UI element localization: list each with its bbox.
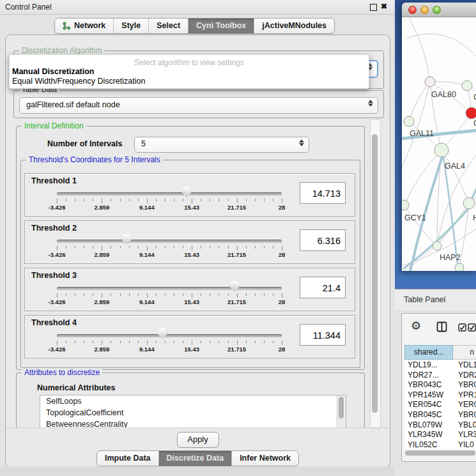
tab-label: jActiveMNodules [262, 21, 326, 30]
slider-thumb[interactable] [182, 187, 191, 197]
slider-tick [219, 293, 219, 296]
network-canvas[interactable]: GAL80GACGAL11GAL4GCY1HHAP2 [402, 17, 476, 271]
network-node[interactable] [463, 197, 475, 209]
dropdown-item-manual-discretization[interactable]: Manual Discretization [12, 67, 95, 76]
close-icon[interactable]: ✖ [381, 2, 387, 11]
table-row[interactable]: YBR045C YBR0 [404, 410, 476, 420]
tab-cyni-toolbox[interactable]: Cyni Toolbox [188, 19, 254, 33]
dropdown-item-equal-width-frequency[interactable]: Equal Width/Frequency Discretization [12, 77, 145, 86]
slider-ticks [57, 199, 282, 204]
attribute-list-item[interactable]: TopologicalCoefficient [40, 407, 346, 418]
slider-tick [120, 199, 121, 201]
slider-tick [282, 293, 282, 298]
table-row[interactable]: YBL079W YBL0 [404, 420, 476, 430]
table-data-combo[interactable]: galFiltered.sif default node [19, 97, 378, 114]
slider-tick [102, 199, 102, 203]
slider-tick [147, 341, 148, 345]
tab-impute-data[interactable]: Impute Data [97, 451, 158, 466]
network-node[interactable] [455, 263, 464, 271]
table-row[interactable]: YDR27... YDR2 [404, 370, 476, 380]
slider-tick [246, 199, 247, 201]
column-layout-icon[interactable] [436, 321, 447, 332]
table-horizontal-scrollbar[interactable] [404, 450, 476, 456]
attribute-list-item[interactable]: BetweennessCentrality [40, 418, 346, 427]
tab-select[interactable]: Select [148, 19, 188, 33]
table-row[interactable]: YPR145W YPR1 [404, 390, 476, 400]
slider-thumb[interactable] [122, 234, 131, 245]
column-header-name[interactable]: n [453, 345, 476, 360]
slider-tick [273, 341, 273, 343]
slider-scale-label: 2.859 [95, 346, 110, 353]
tab-infer-network[interactable]: Infer Network [231, 451, 298, 466]
attributes-list-scrollbar[interactable] [337, 395, 346, 427]
number-of-intervals-combo[interactable]: 5 [134, 137, 309, 153]
table-row[interactable]: YIL052C YIL0 [404, 440, 476, 449]
slider-tick [138, 246, 139, 249]
cell-name: YER0 [458, 400, 476, 409]
tab-discretize-data[interactable]: Discretize Data [158, 451, 232, 466]
slider-tick [201, 246, 201, 249]
threshold-value-box[interactable]: 6.316 [300, 229, 346, 251]
slider-scale-label: 15.43 [184, 251, 199, 258]
slider-tick [183, 341, 183, 343]
network-node[interactable] [434, 143, 449, 157]
gear-icon[interactable]: ⚙ [411, 320, 421, 332]
network-node[interactable] [466, 107, 476, 119]
slider-tick [165, 199, 165, 201]
network-node-label: GAL80 [431, 90, 456, 99]
network-window-titlebar[interactable] [402, 3, 476, 17]
network-icon [63, 22, 71, 30]
threshold-value-box[interactable]: 14.713 [300, 182, 346, 204]
control-panel-title: Control Panel [5, 3, 52, 12]
tab-style[interactable]: Style [113, 19, 148, 33]
threshold-value-box[interactable]: 11.344 [300, 324, 346, 346]
slider-scale-label: 2.859 [95, 204, 110, 211]
threshold-value-box[interactable]: 21.4 [300, 277, 346, 298]
slider-tick [111, 246, 111, 249]
slider-tick [129, 246, 130, 249]
slider-thumb[interactable] [230, 281, 239, 292]
network-node[interactable] [425, 77, 435, 87]
attributes-group: Attributes to discretize Numerical Attri… [16, 372, 365, 427]
table-row[interactable]: YLR345W YLR3 [404, 429, 476, 440]
slider-tick [57, 246, 58, 250]
network-node[interactable] [433, 242, 441, 250]
network-node[interactable] [404, 116, 414, 127]
slider-scale-label: 2.859 [95, 298, 110, 305]
slider-tick [273, 293, 273, 296]
slider-tick [228, 293, 229, 296]
minimize-traffic-light-icon[interactable] [420, 6, 429, 14]
checkbox-checked-icon[interactable] [458, 323, 466, 332]
attribute-list-item[interactable]: SelfLoops [40, 395, 346, 407]
settings-scrollbar[interactable] [370, 119, 381, 429]
checkbox-checked-icon[interactable] [468, 323, 476, 332]
column-header-shared-name[interactable]: shared... [404, 345, 453, 360]
table-panel-box: ⚙ shared... n [401, 313, 476, 462]
zoom-traffic-light-icon[interactable] [433, 6, 441, 14]
slider-tick [57, 199, 58, 203]
network-window[interactable]: GAL80GACGAL11GAL4GCY1HHAP2 [402, 3, 476, 271]
network-node[interactable] [462, 81, 472, 91]
table-row[interactable]: YBR043C YBR0 [404, 380, 476, 390]
slider-scale-label: 28 [279, 204, 286, 211]
slider-tick [174, 199, 174, 201]
cyni-toolbox-panel: Discretization Algorithm Select algorith… [5, 35, 390, 468]
close-traffic-light-icon[interactable] [408, 6, 417, 14]
apply-strip: Apply [6, 427, 390, 451]
tab-network[interactable]: Network [55, 19, 113, 33]
slider-tick [75, 246, 75, 249]
slider-thumb[interactable] [158, 328, 167, 339]
slider-tick [75, 293, 75, 296]
slider-tick [282, 246, 282, 250]
tab-jactivemnodules[interactable]: jActiveMNodules [254, 19, 334, 33]
table-toolbar: ⚙ [402, 314, 476, 343]
network-node[interactable] [402, 200, 409, 210]
slider-scale-label: 21.715 [227, 204, 246, 211]
table-row[interactable]: YDL19... YDL1 [404, 360, 476, 370]
slider-tick [129, 293, 130, 296]
apply-button[interactable]: Apply [177, 432, 219, 448]
slider-tick [93, 341, 93, 343]
table-row[interactable]: YER054C YER0 [404, 399, 476, 410]
slider-tick [246, 341, 247, 343]
float-window-icon[interactable] [370, 4, 377, 11]
